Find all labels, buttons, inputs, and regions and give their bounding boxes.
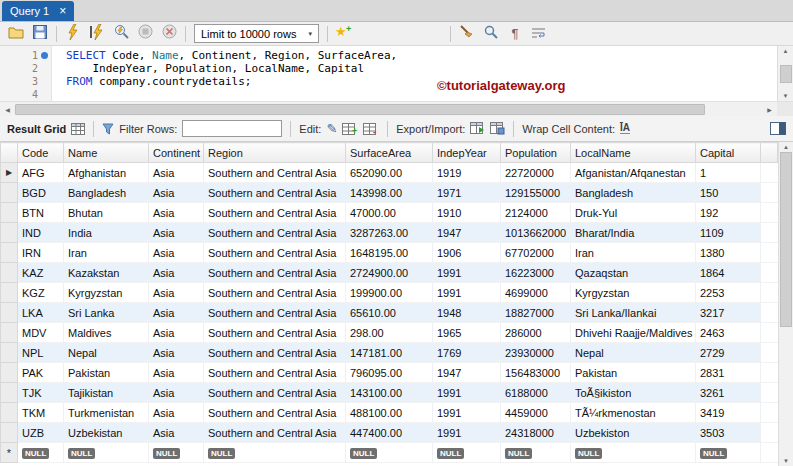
cell[interactable]: 3503 <box>696 423 761 443</box>
cell[interactable]: 3217 <box>696 303 761 323</box>
cell[interactable]: 3287263.00 <box>346 223 433 243</box>
cell[interactable]: Southern and Central Asia <box>204 323 346 343</box>
cell[interactable]: 1864 <box>696 263 761 283</box>
cell[interactable]: Dhivehi Raajje/Maldives <box>571 323 696 343</box>
scrollbar-thumb[interactable] <box>780 152 792 327</box>
cell[interactable]: 1769 <box>433 343 501 363</box>
cell[interactable]: Southern and Central Asia <box>204 163 346 183</box>
row-selector[interactable] <box>1 403 18 423</box>
wrap-text-button[interactable] <box>528 24 550 44</box>
row-selector[interactable] <box>1 203 18 223</box>
cell[interactable]: BTN <box>18 203 64 223</box>
cell[interactable]: NULL <box>346 443 433 463</box>
stop-button[interactable] <box>134 24 156 44</box>
cell[interactable]: 3261 <box>696 383 761 403</box>
cell[interactable]: 1947 <box>433 223 501 243</box>
cell[interactable]: TJK <box>18 383 64 403</box>
cell[interactable]: Sri Lanka <box>64 303 149 323</box>
row-selector[interactable] <box>1 303 18 323</box>
row-selector[interactable] <box>1 423 18 443</box>
cell[interactable]: 1991 <box>433 383 501 403</box>
cell[interactable]: Qazaqstan <box>571 263 696 283</box>
cell[interactable]: NULL <box>64 443 149 463</box>
row-selector[interactable] <box>1 243 18 263</box>
cell[interactable]: Kyrgyzstan <box>571 283 696 303</box>
row-selector[interactable] <box>1 323 18 343</box>
cell[interactable]: 143998.00 <box>346 183 433 203</box>
cell[interactable]: Southern and Central Asia <box>204 303 346 323</box>
cell[interactable]: 1 <box>696 163 761 183</box>
cell[interactable]: NULL <box>571 443 696 463</box>
cell[interactable]: 1991 <box>433 423 501 443</box>
cell[interactable]: NULL <box>18 443 64 463</box>
row-selector[interactable] <box>1 263 18 283</box>
toggle-stop-on-error-button[interactable] <box>158 24 180 44</box>
row-selector[interactable] <box>1 343 18 363</box>
open-script-button[interactable] <box>5 24 27 44</box>
explain-button[interactable] <box>110 24 132 44</box>
column-header-capital[interactable]: Capital <box>696 143 761 163</box>
tab-close-icon[interactable]: × <box>59 5 66 17</box>
edit-record-icon[interactable]: ✎ <box>326 121 337 136</box>
cell[interactable]: Asia <box>149 163 204 183</box>
cell[interactable]: 3419 <box>696 403 761 423</box>
row-selector[interactable] <box>1 383 18 403</box>
cell[interactable]: Maldives <box>64 323 149 343</box>
cell[interactable]: 1948 <box>433 303 501 323</box>
cell[interactable]: Southern and Central Asia <box>204 363 346 383</box>
cell[interactable]: UZB <box>18 423 64 443</box>
insert-row-icon[interactable]: + <box>342 123 358 135</box>
column-header-localname[interactable]: LocalName <box>571 143 696 163</box>
cell[interactable]: NULL <box>433 443 501 463</box>
cell[interactable]: Iran <box>64 243 149 263</box>
cell[interactable]: India <box>64 223 149 243</box>
cell[interactable]: 1971 <box>433 183 501 203</box>
cell[interactable]: 796095.00 <box>346 363 433 383</box>
cell[interactable]: IRN <box>18 243 64 263</box>
cell[interactable]: Turkmenistan <box>64 403 149 423</box>
cell[interactable]: 67702000 <box>501 243 571 263</box>
cell[interactable]: 1991 <box>433 263 501 283</box>
cell[interactable]: Kazakstan <box>64 263 149 283</box>
cell[interactable]: Southern and Central Asia <box>204 243 346 263</box>
grid-vertical-scrollbar[interactable]: ▲ ▼ <box>778 142 793 466</box>
cell[interactable]: 16223000 <box>501 263 571 283</box>
cell[interactable]: Asia <box>149 263 204 283</box>
cell[interactable]: Iran <box>571 243 696 263</box>
cell[interactable]: Afganistan/Afqanestan <box>571 163 696 183</box>
scrollbar-thumb[interactable] <box>780 65 792 83</box>
column-header-name[interactable]: Name <box>64 143 149 163</box>
scroll-up-icon[interactable]: ▲ <box>783 48 789 54</box>
cell[interactable]: Asia <box>149 303 204 323</box>
cell[interactable]: Tajikistan <box>64 383 149 403</box>
scroll-left-icon[interactable]: ◀ <box>0 106 15 113</box>
cell[interactable]: 156483000 <box>501 363 571 383</box>
cell[interactable]: Southern and Central Asia <box>204 343 346 363</box>
cell[interactable]: 286000 <box>501 323 571 343</box>
cell[interactable]: TÃ¼rkmenostan <box>571 403 696 423</box>
invisible-characters-button[interactable]: ¶ <box>504 24 526 44</box>
row-selector[interactable] <box>1 223 18 243</box>
cell[interactable]: Uzbekistan <box>64 423 149 443</box>
cell[interactable]: KAZ <box>18 263 64 283</box>
export-icon[interactable] <box>470 122 485 135</box>
cell[interactable]: 65610.00 <box>346 303 433 323</box>
scroll-right-icon[interactable]: ▶ <box>762 106 777 113</box>
cell[interactable]: NULL <box>696 443 761 463</box>
cell[interactable]: 150 <box>696 183 761 203</box>
cell[interactable]: Asia <box>149 363 204 383</box>
cell[interactable]: Afghanistan <box>64 163 149 183</box>
cell[interactable]: Nepal <box>571 343 696 363</box>
cell[interactable]: 1380 <box>696 243 761 263</box>
cell[interactable]: 2724900.00 <box>346 263 433 283</box>
cell[interactable]: BGD <box>18 183 64 203</box>
column-header-code[interactable]: Code <box>18 143 64 163</box>
panel-toggle-icon[interactable] <box>770 122 786 135</box>
cell[interactable]: 129155000 <box>501 183 571 203</box>
cell[interactable]: 2124000 <box>501 203 571 223</box>
sql-editor[interactable]: 1 2 3 4 SELECT Code, Name, Continent, Re… <box>0 46 793 101</box>
cell[interactable]: 447400.00 <box>346 423 433 443</box>
cell[interactable]: 1991 <box>433 403 501 423</box>
row-selector[interactable]: ▶ <box>1 163 18 183</box>
cell[interactable]: Asia <box>149 403 204 423</box>
